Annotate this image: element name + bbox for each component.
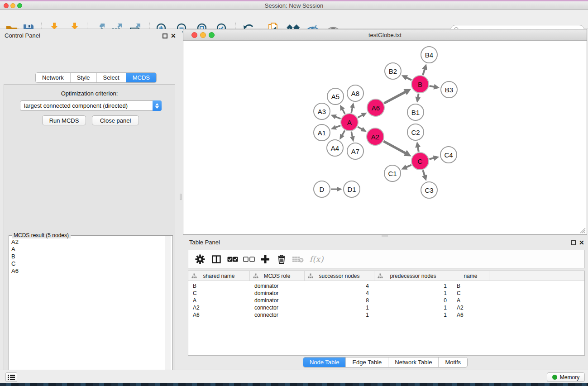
graph-edge-C-C2[interactable] [418,147,419,152]
column-header-mcds-role[interactable]: MCDS role [250,271,305,281]
gear-icon [195,254,205,264]
task-history-button[interactable] [5,372,17,382]
column-tree-icon [308,273,313,279]
column-header-name[interactable]: name [452,271,489,281]
graph-node-B1[interactable]: B1 [407,104,424,121]
tab-edge-table[interactable]: Edge Table [345,357,388,367]
column-header-shared-name[interactable]: shared name [188,271,250,281]
table-row[interactable]: A2connector11A2 [188,304,584,311]
graph-node-B3[interactable]: B3 [440,81,458,98]
network-window-title: testGlobe.txt [183,32,587,38]
table-row[interactable]: Bdominator41B [188,282,584,290]
graph-node-A3[interactable]: A3 [313,103,330,120]
splitter-grip[interactable] [180,194,182,200]
graph-edge-A-A8[interactable] [351,107,353,113]
network-window-titlebar[interactable]: testGlobe.txt [183,29,587,41]
main-titlebar: Session: New Session [0,0,588,10]
graph-node-A4[interactable]: A4 [326,139,344,157]
graph-edge-A2-C[interactable] [383,141,406,153]
float-table-panel-icon[interactable] [571,240,576,245]
graph-node-D[interactable]: D [313,181,330,198]
graph-edge-B-B2[interactable] [406,77,411,80]
graph-edge-B-B3[interactable] [430,86,435,87]
deselect-all-button[interactable] [241,252,257,267]
mcds-result-list: A2ABCA6 [11,238,19,275]
table-panel-title: Table Panel [189,239,220,246]
graph-node-A1[interactable]: A1 [313,124,330,141]
graph-edge-A-A7[interactable] [351,132,353,137]
table-row[interactable]: A6connector11A6 [188,311,584,319]
graph-edge-A-A3[interactable] [335,117,340,119]
trash-icon [277,254,286,264]
graph-edge-C-C4[interactable] [429,158,434,159]
graph-edge-C-C3[interactable] [423,170,425,176]
tab-network[interactable]: Network [36,73,70,82]
graph-edge-B-B4[interactable] [423,69,425,75]
close-table-panel-icon[interactable]: ✕ [579,240,584,245]
graph-edge-A-A1[interactable] [335,125,341,127]
graph-node-C4[interactable]: C4 [440,146,457,163]
tab-mcds[interactable]: MCDS [126,73,156,82]
graph-node-B2[interactable]: B2 [384,62,402,80]
resize-grip-icon[interactable] [579,227,586,234]
result-item[interactable]: A [11,246,19,253]
result-item[interactable]: C [11,260,19,267]
graph-edge-A-A6[interactable] [358,115,363,118]
table-settings-button[interactable] [192,252,208,267]
function-builder-button[interactable]: f(x) [306,252,327,267]
cell-predecessor-nodes: 0 [374,297,452,304]
close-panel-icon[interactable]: ✕ [171,33,176,38]
graph-edge-A-A5[interactable] [342,109,345,114]
select-all-button[interactable] [225,252,241,267]
float-panel-icon[interactable] [163,33,167,38]
delete-table-button[interactable] [290,252,306,267]
add-column-button[interactable] [257,252,273,267]
result-scrollbar[interactable] [165,236,171,386]
tab-node-table[interactable]: Node Table [303,357,346,367]
window-top-accent [0,0,588,1]
tab-motifs[interactable]: Motifs [438,357,467,367]
column-header-successor-nodes[interactable]: successor nodes [305,271,374,281]
run-mcds-button[interactable]: Run MCDS [42,115,86,125]
delete-column-button[interactable] [273,252,290,267]
result-item[interactable]: A2 [11,238,19,246]
table-row[interactable]: Adominator80A [188,297,584,304]
graph-node-C3[interactable]: C3 [421,181,438,199]
column-header-predecessor-nodes[interactable]: predecessor nodes [374,271,452,281]
graph-node-D1[interactable]: D1 [343,181,360,198]
graph-edge-A-A2[interactable] [358,127,362,129]
memory-button[interactable]: Memory [547,372,585,382]
graph-node-B[interactable]: B [411,75,429,93]
graph-edge-C-C1[interactable] [406,165,411,167]
graph-edge-A6-B[interactable] [384,92,406,103]
edge-arrowhead [433,155,440,161]
edge-arrowhead [337,187,342,191]
table-row[interactable]: Cdominator41C [188,290,584,297]
result-item[interactable]: B [11,253,19,260]
graph-node-C2[interactable]: C2 [407,124,424,141]
edge-arrowhead [434,84,440,90]
network-canvas[interactable]: AA1A2A3A4A5A6A7A8BB1B2B3B4CC1C2C3C4DD1 [183,41,587,234]
graph-node-C[interactable]: C [411,152,429,170]
cell-name: B [452,282,489,290]
result-item[interactable]: A6 [11,267,19,275]
graph-edge-A-A4[interactable] [342,130,344,135]
vertical-splitter[interactable] [179,29,182,370]
close-panel-button[interactable]: Close panel [92,115,139,125]
control-panel: Control Panel ✕ NetworkStyleSelectMCDS O… [0,29,179,370]
tab-select[interactable]: Select [96,73,126,82]
graph-node-A8[interactable]: A8 [347,85,364,102]
tab-network-table[interactable]: Network Table [388,357,438,367]
tab-style[interactable]: Style [70,73,96,82]
graph-node-A7[interactable]: A7 [347,143,364,160]
status-bar: Memory [0,370,588,383]
graph-node-A2[interactable]: A2 [366,128,384,146]
graph-node-C1[interactable]: C1 [384,165,401,182]
split-view-button[interactable] [208,252,225,267]
graph-node-A5[interactable]: A5 [327,88,344,105]
graph-node-A[interactable]: A [340,113,359,131]
graph-node-B4[interactable]: B4 [421,46,438,63]
graph-node-A6[interactable]: A6 [367,99,385,117]
criterion-select[interactable]: largest connected component (directed) [20,100,162,111]
table-tabs: Node TableEdge TableNetwork TableMotifs [303,357,468,367]
